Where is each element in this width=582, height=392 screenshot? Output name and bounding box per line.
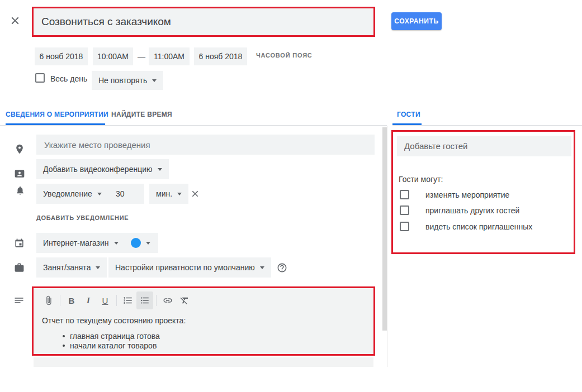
busy-status-label: Занят/занята xyxy=(43,263,91,272)
description-field-bottom[interactable] xyxy=(34,357,373,367)
description-icon xyxy=(13,295,25,306)
save-button[interactable]: СОХРАНИТЬ xyxy=(391,12,442,30)
list-item: главная страница готова xyxy=(63,331,160,341)
help-icon[interactable] xyxy=(277,262,287,273)
description-toolbar: B I U xyxy=(40,291,193,310)
event-color-dot xyxy=(131,238,141,248)
busy-status-dropdown[interactable]: Занят/занята xyxy=(36,257,107,278)
bulleted-list-icon[interactable] xyxy=(136,291,153,309)
tab-guests[interactable]: ГОСТИ xyxy=(397,111,420,118)
recurrence-dropdown[interactable]: Не повторять xyxy=(92,71,163,90)
location-input[interactable] xyxy=(36,135,375,155)
notification-unit-label: мин. xyxy=(156,189,172,198)
guest-permission-row: видеть список приглашенных xyxy=(400,222,532,231)
guest-permission-row: приглашать других гостей xyxy=(400,205,519,215)
permission-see-list-checkbox[interactable] xyxy=(400,222,409,231)
dropdown-arrow-icon xyxy=(260,266,264,269)
calendar-select-dropdown[interactable]: Интернет-магазин xyxy=(36,233,125,253)
toolbar-separator xyxy=(156,295,157,306)
annotation-box-description: B I U Отчет по текущему состоянию проект… xyxy=(32,286,375,356)
annotation-box-title xyxy=(32,7,375,37)
event-title-input[interactable] xyxy=(34,8,373,35)
event-editor-page: СОХРАНИТЬ 6 нояб 2018 10:00AM — 11:00AM … xyxy=(0,0,582,392)
bullet-dot xyxy=(63,345,65,347)
location-pin-icon xyxy=(14,144,25,155)
list-item: начали каталог товаров xyxy=(63,341,160,350)
dropdown-arrow-icon xyxy=(146,242,150,245)
notification-unit-dropdown[interactable]: мин. xyxy=(149,184,188,204)
video-conference-icon xyxy=(14,168,25,179)
add-guests-input[interactable] xyxy=(397,136,571,156)
permission-label: приглашать других гостей xyxy=(425,206,519,215)
visibility-dropdown[interactable]: Настройки приватности по умолчанию xyxy=(108,257,271,278)
toolbar-separator xyxy=(60,295,60,306)
start-date-button[interactable]: 6 нояб 2018 xyxy=(35,47,88,65)
remove-notification-icon[interactable] xyxy=(190,189,200,199)
end-time-button[interactable]: 11:00AM xyxy=(149,47,190,65)
tab-divider-left xyxy=(0,125,387,126)
all-day-label: Весь день xyxy=(50,74,87,83)
event-color-dropdown[interactable] xyxy=(122,233,158,253)
dropdown-arrow-icon xyxy=(152,79,157,82)
tab-divider-right xyxy=(392,125,582,126)
dropdown-arrow-icon xyxy=(158,168,162,171)
permission-label: видеть список приглашенных xyxy=(425,222,532,231)
tab-event-details[interactable]: СВЕДЕНИЯ О МЕРОПРИЯТИИ xyxy=(6,111,108,118)
add-conference-label: Добавить видеоконференцию xyxy=(43,165,153,174)
tab-find-time[interactable]: НАЙДИТЕ ВРЕМЯ xyxy=(111,111,172,118)
close-icon[interactable] xyxy=(9,15,21,27)
numbered-list-icon[interactable] xyxy=(120,291,136,309)
calendar-name: Интернет-магазин xyxy=(43,238,109,247)
briefcase-icon xyxy=(14,262,25,273)
guest-permission-row: изменять мероприятие xyxy=(400,190,509,199)
permission-label: изменять мероприятие xyxy=(425,190,509,199)
bullet-text: начали каталог товаров xyxy=(70,341,157,350)
notification-value-input[interactable]: 30 xyxy=(108,184,144,204)
dropdown-arrow-icon xyxy=(96,266,100,269)
toolbar-separator xyxy=(116,295,117,306)
dropdown-arrow-icon xyxy=(97,193,102,195)
dropdown-arrow-icon xyxy=(177,193,182,195)
description-text[interactable]: Отчет по текущему состоянию проекта: xyxy=(42,316,186,325)
recurrence-value: Не повторять xyxy=(98,76,147,85)
add-conference-dropdown[interactable]: Добавить видеоконференцию xyxy=(36,159,169,179)
insert-link-icon[interactable] xyxy=(159,291,176,309)
end-date-button[interactable]: 6 нояб 2018 xyxy=(194,47,247,65)
notification-type-dropdown[interactable]: Уведомление xyxy=(36,184,108,204)
timezone-button[interactable]: ЧАСОВОЙ ПОЯС xyxy=(256,52,313,59)
panel-divider xyxy=(387,126,387,367)
bold-icon[interactable]: B xyxy=(63,291,80,309)
visibility-label: Настройки приватности по умолчанию xyxy=(115,263,255,272)
format-clear-icon[interactable] xyxy=(176,291,193,309)
guest-permissions-title: Гости могут: xyxy=(399,175,443,184)
permission-modify-checkbox[interactable] xyxy=(400,190,409,199)
time-range-separator: — xyxy=(136,47,147,65)
bullet-text: главная страница готова xyxy=(70,332,160,341)
add-notification-button[interactable]: ДОБАВИТЬ УВЕДОМЛЕНИЕ xyxy=(36,214,129,221)
italic-icon[interactable]: I xyxy=(80,291,97,309)
start-time-button[interactable]: 10:00AM xyxy=(93,47,133,65)
dropdown-arrow-icon xyxy=(114,242,119,245)
attach-file-icon[interactable] xyxy=(40,291,57,309)
bullet-dot xyxy=(63,335,65,337)
notification-bell-icon xyxy=(15,185,25,196)
all-day-checkbox[interactable] xyxy=(35,73,45,83)
annotation-box-guests: Гости могут: изменять мероприятие пригла… xyxy=(391,130,575,254)
description-bullet-list[interactable]: главная страница готова начали каталог т… xyxy=(63,331,160,350)
calendar-icon xyxy=(14,238,25,248)
underline-icon[interactable]: U xyxy=(97,291,113,309)
scrollbar-thumb[interactable] xyxy=(382,127,387,331)
notification-type-label: Уведомление xyxy=(43,189,92,198)
permission-invite-checkbox[interactable] xyxy=(400,205,409,215)
